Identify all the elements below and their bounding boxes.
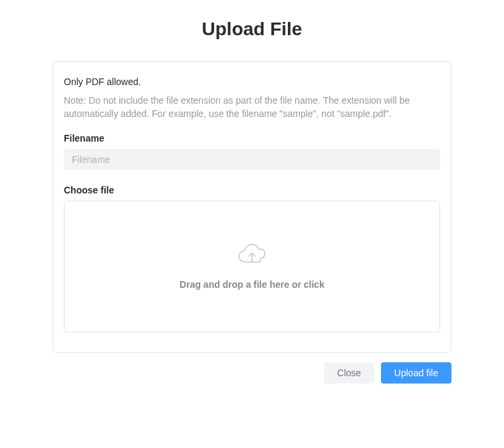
cloud-upload-icon xyxy=(235,243,269,279)
page-title: Upload File xyxy=(53,19,451,40)
upload-card: Only PDF allowed. Note: Do not include t… xyxy=(53,61,451,353)
close-button[interactable]: Close xyxy=(324,362,374,384)
file-dropzone[interactable]: Drag and drop a file here or click xyxy=(64,201,440,332)
filename-label: Filename xyxy=(64,133,440,144)
upload-file-button[interactable]: Upload file xyxy=(381,362,451,384)
allowed-types-text: Only PDF allowed. xyxy=(64,76,440,87)
filename-note-text: Note: Do not include the file extension … xyxy=(64,94,440,121)
dialog-actions: Close Upload file xyxy=(53,362,451,384)
dropzone-instruction: Drag and drop a file here or click xyxy=(180,279,324,290)
filename-input[interactable] xyxy=(64,149,440,170)
choose-file-label: Choose file xyxy=(64,185,440,195)
